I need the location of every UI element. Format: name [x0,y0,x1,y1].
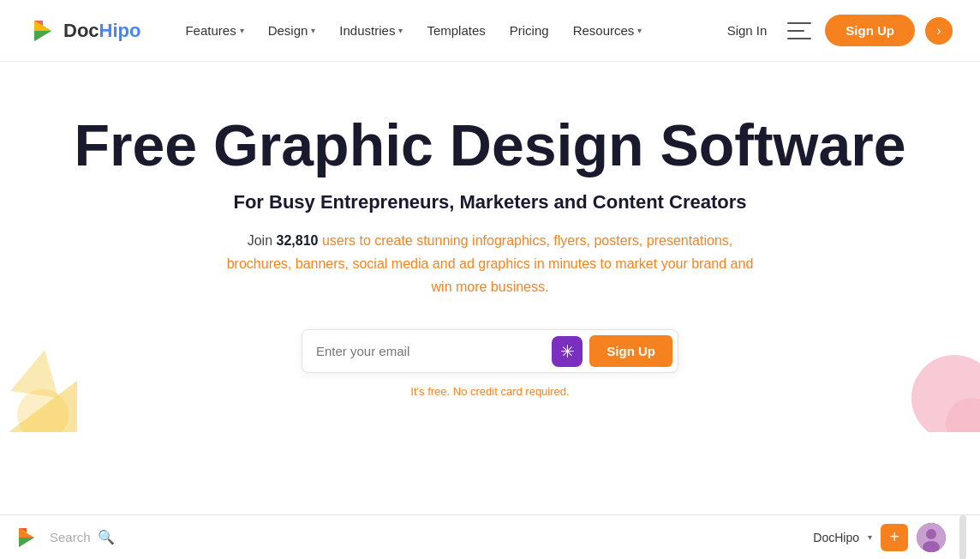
svg-point-17 [926,529,936,539]
signup-button[interactable]: Sign Up [825,15,915,46]
hero-section: Free Graphic Design Software For Busy En… [0,62,980,432]
bottom-logo-icon [14,525,39,550]
snowflake-icon: ✳ [552,336,583,367]
bottom-plus-button[interactable]: + [881,524,908,551]
hero-description: Join 32,810 users to create stunning inf… [216,229,764,299]
bottom-right: DocHipo ▾ + [813,523,946,552]
svg-text:✳: ✳ [560,342,575,361]
svg-marker-3 [34,31,51,41]
deco-right [877,329,980,432]
sign-in-button[interactable]: Sign In [717,16,778,45]
nav-item-resources[interactable]: Resources ▾ [563,16,653,45]
search-icon: 🔍 [98,529,115,545]
nav-item-design[interactable]: Design ▾ [258,16,326,45]
deco-left [0,329,86,432]
nav-item-templates[interactable]: Templates [416,16,495,45]
bottom-bar: Search 🔍 DocHipo ▾ + [0,514,980,559]
bottom-search-text: Search [50,530,91,544]
hero-title: Free Graphic Design Software [74,113,905,177]
scrollbar[interactable] [959,515,966,560]
chevron-down-icon: ▾ [637,26,642,35]
nav-links: Features ▾ Design ▾ Industries ▾ Templat… [175,16,716,45]
bottom-user-name: DocHipo [813,531,859,544]
bottom-search-area[interactable]: Search 🔍 [50,529,272,545]
hero-subtitle: For Busy Entrepreneurs, Marketers and Co… [233,191,746,213]
logo-text: DocHipo [63,20,140,42]
logo[interactable]: DocHipo [27,15,140,46]
chevron-down-icon: ▾ [311,26,315,35]
dochipo-logo-icon [27,15,58,46]
nav-right: Sign In Sign Up › [717,15,953,46]
form-signup-button[interactable]: Sign Up [589,335,672,367]
navbar: DocHipo Features ▾ Design ▾ Industries ▾… [0,0,980,62]
chevron-down-icon: ▾ [240,26,244,35]
nav-item-industries[interactable]: Industries ▾ [329,16,413,45]
email-input[interactable] [316,344,552,358]
free-note: It's free. No credit card required. [410,385,569,398]
chevron-down-icon: ▾ [398,26,403,35]
hamburger-icon[interactable] [787,22,811,39]
svg-marker-14 [19,538,34,547]
arrow-button[interactable]: › [925,17,953,45]
bottom-chevron-down-icon: ▾ [868,532,872,542]
avatar[interactable] [917,523,946,552]
nav-item-features[interactable]: Features ▾ [175,16,254,45]
email-form: ✳ Sign Up [302,329,678,373]
nav-item-pricing[interactable]: Pricing [499,16,559,45]
